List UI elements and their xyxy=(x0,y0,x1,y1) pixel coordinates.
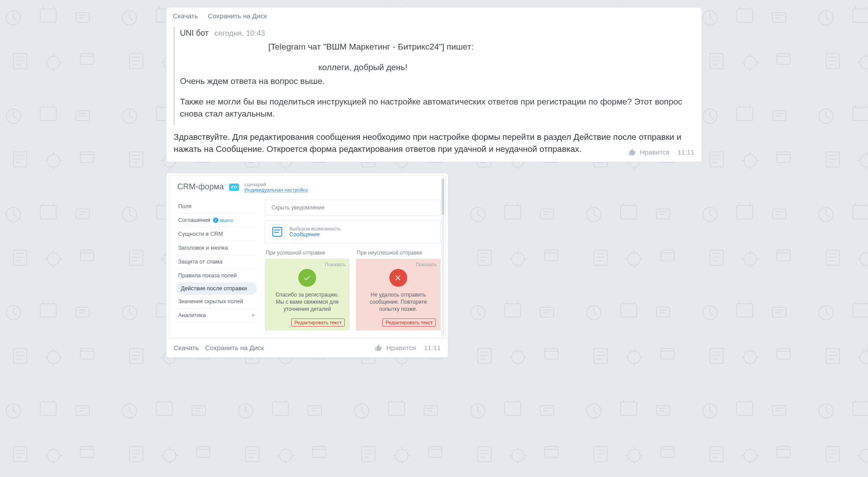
reply-timestamp: 11:11 xyxy=(677,147,694,157)
fail-card: Показать Не удалось отправить сообщение.… xyxy=(356,259,441,331)
save-to-disk-link[interactable]: Сохранить на Диск xyxy=(205,344,264,351)
download-link[interactable]: Скачать xyxy=(173,12,198,20)
post-card-reply: Скачать Сохранить на Диск UNI бот сегодн… xyxy=(166,7,702,162)
crm-side-rules[interactable]: Правила показа полей xyxy=(176,269,257,283)
error-circle-icon xyxy=(389,269,407,287)
hide-notice-link[interactable]: Скрыть уведомление xyxy=(271,205,325,211)
quote-line: Также не могли бы вы поделиться инструкц… xyxy=(180,96,694,120)
quote-timestamp: сегодня, 10:43 xyxy=(214,29,265,38)
save-to-disk-link[interactable]: Сохранить на Диск xyxy=(208,12,267,20)
crm-side-header-button[interactable]: Заголовок и кнопка xyxy=(176,241,257,255)
important-label: важно xyxy=(220,218,233,223)
embed-scrollbar[interactable] xyxy=(442,177,444,336)
thumb-up-icon xyxy=(375,344,383,352)
feed: Скачать Сохранить на Диск UNI бот сегодн… xyxy=(166,0,702,382)
crm-side-entities[interactable]: Сущности в CRM xyxy=(176,227,257,241)
crm-title: CRM-форма xyxy=(177,182,224,192)
reply-text: Здравствуйте. Для редактирования сообщен… xyxy=(174,132,681,154)
important-badge: i важно xyxy=(213,218,233,223)
success-card: Показать Спасибо за регистрацию. Мы с ва… xyxy=(265,259,350,331)
crm-result-row: При успешной отправке Показать Спасибо з… xyxy=(265,248,441,331)
like-button[interactable]: Нравится xyxy=(375,344,416,352)
fail-header: При неуспешной отправке xyxy=(357,250,441,256)
reply-body: Здравствуйте. Для редактирования сообщен… xyxy=(167,128,701,162)
fail-reveal-link[interactable]: Показать xyxy=(416,262,437,267)
success-reveal-link[interactable]: Показать xyxy=(325,262,346,267)
like-label: Нравится xyxy=(640,147,669,157)
crm-sidebar: Поля Соглашения i важно Сущности в CRM З… xyxy=(174,200,257,331)
crm-success-column: При успешной отправке Показать Спасибо з… xyxy=(265,248,350,331)
crm-side-agreements-label: Соглашения xyxy=(178,217,210,223)
success-header: При успешной отправке xyxy=(266,250,350,256)
quote-line: коллеги, добрый день! xyxy=(180,61,694,74)
crm-side-analytics[interactable]: Аналитика xyxy=(176,309,257,322)
thumb-up-icon xyxy=(628,148,636,156)
crm-sub-label: сценарий xyxy=(244,182,308,187)
quote-body: [Telegram чат "ВШМ Маркетинг - Битрикс24… xyxy=(180,41,694,120)
crm-header: CRM-форма EO сценарий Индивидуальная нас… xyxy=(169,176,445,197)
info-icon: i xyxy=(213,218,218,223)
quote-line: [Telegram чат "ВШМ Маркетинг - Битрикс24… xyxy=(180,41,694,53)
option-message-link[interactable]: Сообщение xyxy=(289,231,341,238)
quote-block: UNI бот сегодня, 10:43 [Telegram чат "ВШ… xyxy=(174,27,694,125)
quoted-message: UNI бот сегодня, 10:43 [Telegram чат "ВШ… xyxy=(167,27,701,125)
check-circle-icon xyxy=(298,269,316,287)
download-link[interactable]: Скачать xyxy=(174,344,199,351)
success-edit-text-button[interactable]: Редактировать текст xyxy=(291,318,345,326)
like-button[interactable]: Нравится xyxy=(628,147,669,157)
post-card-image: CRM-форма EO сценарий Индивидуальная нас… xyxy=(166,173,448,358)
crm-fail-column: При неуспешной отправке Показать Не удал… xyxy=(356,248,441,331)
crm-subtitle: сценарий Индивидуальная настройка xyxy=(244,182,308,192)
quote-header: UNI бот сегодня, 10:43 xyxy=(180,29,694,38)
post-timestamp: 11:11 xyxy=(424,344,441,351)
crm-side-analytics-label: Аналитика xyxy=(178,312,206,318)
crm-selected-option-panel: Выбрана возможность Сообщение xyxy=(265,220,441,243)
like-label: Нравится xyxy=(386,344,416,351)
crm-scenario-link[interactable]: Индивидуальная настройка xyxy=(244,187,308,193)
crm-badge-icon: EO xyxy=(229,184,239,191)
crm-side-hidden-values[interactable]: Значения скрытых полей xyxy=(176,295,257,309)
crm-side-agreements[interactable]: Соглашения i важно xyxy=(176,213,257,227)
crm-hide-notice-panel: Скрыть уведомление xyxy=(265,200,441,216)
close-icon xyxy=(394,274,402,282)
message-option-icon xyxy=(270,224,285,239)
crm-side-spam[interactable]: Защита от спама xyxy=(176,255,257,269)
option-caption: Выбрана возможность xyxy=(289,226,341,231)
fail-edit-text-button[interactable]: Редактировать текст xyxy=(382,318,436,326)
reply-meta: Нравится 11:11 xyxy=(628,147,694,157)
crm-main: Скрыть уведомление Выбрана возможность С… xyxy=(265,200,441,331)
fail-message-text: Не удалось отправить сообщение. Повторит… xyxy=(361,291,436,317)
check-icon xyxy=(303,274,311,282)
crm-form-screenshot[interactable]: CRM-форма EO сценарий Индивидуальная нас… xyxy=(169,175,446,338)
quote-line: Очень ждем ответа на вопрос выше. xyxy=(180,75,694,88)
post-attachment-actions: Скачать Сохранить на Диск xyxy=(167,8,701,25)
success-message-text: Спасибо за регистрацию. Мы с вами свяжем… xyxy=(270,291,345,317)
crm-side-fields[interactable]: Поля xyxy=(176,200,257,213)
crm-side-action-after-submit[interactable]: Действие после отправки xyxy=(176,283,257,295)
post-image-footer: Скачать Сохранить на Диск Нравится 11:11 xyxy=(167,338,448,357)
quote-sender: UNI бот xyxy=(180,29,209,38)
